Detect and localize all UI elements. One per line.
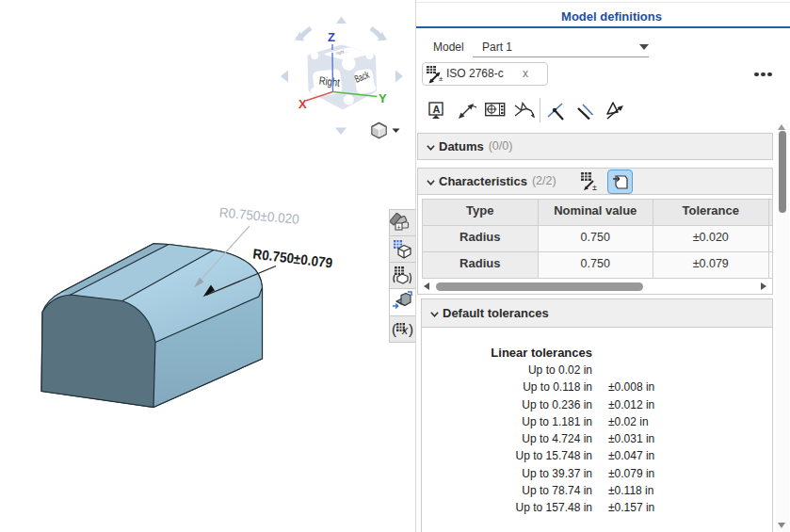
svg-text:+: + [397, 223, 401, 230]
svg-text:±: ± [592, 183, 597, 192]
svg-text:X: X [298, 97, 307, 111]
svg-text:A: A [433, 104, 441, 115]
svg-text:Z: Z [328, 30, 335, 44]
svg-text:): ) [409, 321, 413, 337]
svg-text:Right: Right [318, 74, 341, 89]
svg-text:Y: Y [379, 91, 387, 105]
svg-text:x: x [401, 324, 409, 337]
svg-text:R0.750±0.079: R0.750±0.079 [252, 246, 333, 271]
svg-text:±: ± [439, 74, 443, 83]
svg-text:R0.750±0.020: R0.750±0.020 [218, 205, 299, 227]
svg-text:(: ( [392, 321, 396, 337]
